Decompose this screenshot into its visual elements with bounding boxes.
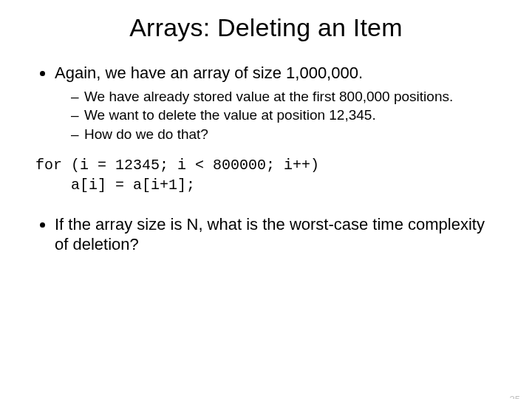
sub-bullet-item: We want to delete the value at position … [71,106,497,124]
sub-bullet-item: How do we do that? [71,126,497,143]
sub-bullet-item: We have already stored value at the firs… [71,88,497,106]
page-number: 25 [510,394,520,399]
bullet-item-1: Again, we have an array of size 1,000,00… [55,63,497,143]
slide: Arrays: Deleting an Item Again, we have … [0,13,532,399]
bullet-list: Again, we have an array of size 1,000,00… [35,63,497,143]
bullet-list-2: If the array size is N, what is the wors… [35,214,497,255]
sub-bullet-list: We have already stored value at the firs… [55,88,497,143]
code-line: for (i = 12345; i < 800000; i++) [35,157,319,174]
bullet-text: If the array size is N, what is the wors… [55,215,485,254]
slide-body: Again, we have an array of size 1,000,00… [0,63,532,255]
sub-bullet-text: We want to delete the value at position … [84,107,376,123]
bullet-text: Again, we have an array of size 1,000,00… [55,64,363,82]
sub-bullet-text: How do we do that? [84,126,208,142]
slide-title: Arrays: Deleting an Item [0,13,532,42]
code-line: a[i] = a[i+1]; [35,177,195,194]
sub-bullet-text: We have already stored value at the firs… [84,89,453,104]
bullet-item-2: If the array size is N, what is the wors… [55,214,497,255]
code-block: for (i = 12345; i < 800000; i++) a[i] = … [35,155,497,195]
